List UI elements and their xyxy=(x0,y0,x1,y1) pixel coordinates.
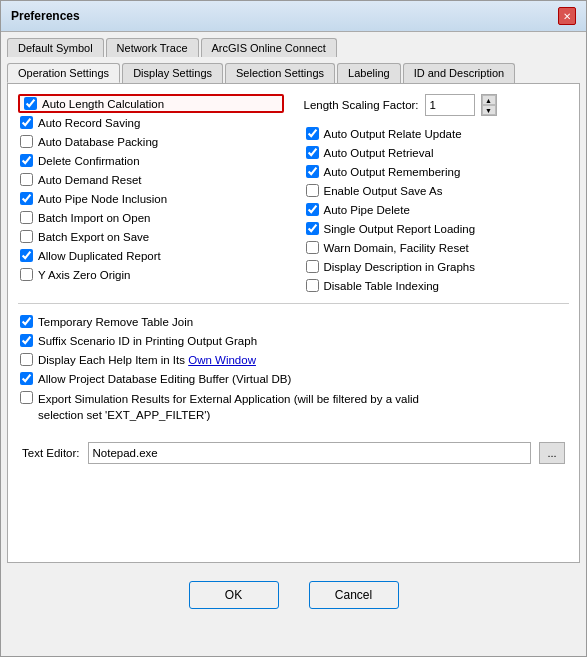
checkbox-cb5[interactable] xyxy=(20,173,33,186)
text-editor-label: Text Editor: xyxy=(22,447,80,459)
checkbox-item-cbr7: Warn Domain, Facility Reset xyxy=(304,238,570,257)
main-columns: Auto Length CalculationAuto Record Savin… xyxy=(18,94,569,295)
spinner-down-button[interactable]: ▼ xyxy=(482,105,496,115)
checkbox-label-cb8: Batch Export on Save xyxy=(38,231,149,243)
spinner-up-button[interactable]: ▲ xyxy=(482,95,496,105)
checkbox-cbr6[interactable] xyxy=(306,222,319,235)
checkbox-label-cb4: Delete Confirmation xyxy=(38,155,140,167)
tab-row-2: Operation SettingsDisplay SettingsSelect… xyxy=(1,57,586,83)
checkbox-item-cbr1: Auto Output Relate Update xyxy=(304,124,570,143)
checkbox-cbr2[interactable] xyxy=(306,146,319,159)
full-row-checkboxes: Temporary Remove Table JoinSuffix Scenar… xyxy=(18,312,569,426)
checkbox-item-cbf4: Allow Project Database Editing Buffer (V… xyxy=(18,369,569,388)
checkbox-cbr9[interactable] xyxy=(306,279,319,292)
checkbox-label-cbf2: Suffix Scenario ID in Printing Output Gr… xyxy=(38,335,257,347)
tab-row-1: Default SymbolNetwork TraceArcGIS Online… xyxy=(1,32,586,57)
checkbox-label-cbf3: Display Each Help Item in Its Own Window xyxy=(38,354,256,366)
text-editor-input[interactable] xyxy=(88,442,531,464)
length-factor-row: Length Scaling Factor: ▲ ▼ xyxy=(304,94,570,116)
right-column: Length Scaling Factor: ▲ ▼ Auto Output R… xyxy=(304,94,570,295)
export-label: Export Simulation Results for External A… xyxy=(38,391,419,423)
checkbox-label-cbr2: Auto Output Retrieval xyxy=(324,147,434,159)
text-editor-row: Text Editor: ... xyxy=(18,436,569,470)
highlighted-checkbox-wrapper: Auto Length Calculation xyxy=(18,94,284,113)
checkbox-item-cbr5: Auto Pipe Delete xyxy=(304,200,570,219)
title-bar: Preferences ✕ xyxy=(1,1,586,32)
checkbox-label-cbf1: Temporary Remove Table Join xyxy=(38,316,193,328)
tab-operation-settings[interactable]: Operation Settings xyxy=(7,63,120,83)
divider xyxy=(18,303,569,304)
checkbox-label-cbr5: Auto Pipe Delete xyxy=(324,204,410,216)
checkbox-item-cb3: Auto Database Packing xyxy=(18,132,284,151)
checkbox-label-cb10: Y Axis Zero Origin xyxy=(38,269,130,281)
length-factor-spinner[interactable]: ▲ ▼ xyxy=(481,94,497,116)
checkbox-cb9[interactable] xyxy=(20,249,33,262)
tab-display-settings[interactable]: Display Settings xyxy=(122,63,223,83)
tab-id-and-description[interactable]: ID and Description xyxy=(403,63,516,83)
window-title: Preferences xyxy=(11,9,80,23)
checkbox-cb3[interactable] xyxy=(20,135,33,148)
checkbox-cb10[interactable] xyxy=(20,268,33,281)
checkbox-label-cbr9: Disable Table Indexing xyxy=(324,280,440,292)
checkbox-label-cbr8: Display Description in Graphs xyxy=(324,261,475,273)
checkbox-cb7[interactable] xyxy=(20,211,33,224)
checkbox-label-cb2: Auto Record Saving xyxy=(38,117,140,129)
checkbox-cbf2[interactable] xyxy=(20,334,33,347)
checkbox-label-cbr4: Enable Output Save As xyxy=(324,185,443,197)
checkbox-item-cbr3: Auto Output Remembering xyxy=(304,162,570,181)
checkbox-label-cbr1: Auto Output Relate Update xyxy=(324,128,462,140)
checkbox-cbr3[interactable] xyxy=(306,165,319,178)
checkbox-item-cbr2: Auto Output Retrieval xyxy=(304,143,570,162)
tab-arcgis-online-connect[interactable]: ArcGIS Online Connect xyxy=(201,38,337,57)
checkbox-label-cb1: Auto Length Calculation xyxy=(42,98,164,110)
browse-button[interactable]: ... xyxy=(539,442,565,464)
checkbox-item-cb4: Delete Confirmation xyxy=(18,151,284,170)
own-window-link[interactable]: Own Window xyxy=(188,354,256,366)
checkbox-item-cbf1: Temporary Remove Table Join xyxy=(18,312,569,331)
length-factor-label: Length Scaling Factor: xyxy=(304,99,419,111)
checkbox-cb8[interactable] xyxy=(20,230,33,243)
checkbox-cbf4[interactable] xyxy=(20,372,33,385)
checkbox-label-cbf4: Allow Project Database Editing Buffer (V… xyxy=(38,373,291,385)
export-row: Export Simulation Results for External A… xyxy=(18,388,569,426)
checkbox-item-cbr6: Single Output Report Loading xyxy=(304,219,570,238)
checkbox-cbr8[interactable] xyxy=(306,260,319,273)
length-factor-input[interactable] xyxy=(425,94,475,116)
tab-network-trace[interactable]: Network Trace xyxy=(106,38,199,57)
checkbox-cbr4[interactable] xyxy=(306,184,319,197)
checkbox-label-cb5: Auto Demand Reset xyxy=(38,174,142,186)
tab-selection-settings[interactable]: Selection Settings xyxy=(225,63,335,83)
checkbox-item-cbf3: Display Each Help Item in Its Own Window xyxy=(18,350,569,369)
checkbox-item-cb8: Batch Export on Save xyxy=(18,227,284,246)
tab-content-operation-settings: Auto Length CalculationAuto Record Savin… xyxy=(7,83,580,563)
checkbox-cb6[interactable] xyxy=(20,192,33,205)
checkbox-item-cb5: Auto Demand Reset xyxy=(18,170,284,189)
tab-default-symbol[interactable]: Default Symbol xyxy=(7,38,104,57)
checkbox-cb1[interactable] xyxy=(24,97,37,110)
close-button[interactable]: ✕ xyxy=(558,7,576,25)
checkbox-cbr1[interactable] xyxy=(306,127,319,140)
checkbox-cbf3[interactable] xyxy=(20,353,33,366)
checkbox-item-cb9: Allow Duplicated Report xyxy=(18,246,284,265)
tab-labeling[interactable]: Labeling xyxy=(337,63,401,83)
checkbox-item-cb7: Batch Import on Open xyxy=(18,208,284,227)
checkbox-cbr5[interactable] xyxy=(306,203,319,216)
ok-button[interactable]: OK xyxy=(189,581,279,609)
preferences-window: Preferences ✕ Default SymbolNetwork Trac… xyxy=(0,0,587,657)
cancel-button[interactable]: Cancel xyxy=(309,581,399,609)
checkbox-label-cbr3: Auto Output Remembering xyxy=(324,166,461,178)
checkbox-cb4[interactable] xyxy=(20,154,33,167)
checkbox-item-cbr9: Disable Table Indexing xyxy=(304,276,570,295)
checkbox-label-cbr7: Warn Domain, Facility Reset xyxy=(324,242,469,254)
checkbox-label-cb6: Auto Pipe Node Inclusion xyxy=(38,193,167,205)
checkbox-cb2[interactable] xyxy=(20,116,33,129)
checkbox-item-cbr8: Display Description in Graphs xyxy=(304,257,570,276)
checkbox-cbf1[interactable] xyxy=(20,315,33,328)
checkbox-cbr7[interactable] xyxy=(306,241,319,254)
checkbox-item-cb10: Y Axis Zero Origin xyxy=(18,265,284,284)
export-checkbox[interactable] xyxy=(20,391,33,404)
left-column: Auto Length CalculationAuto Record Savin… xyxy=(18,94,284,295)
checkbox-label-cb7: Batch Import on Open xyxy=(38,212,151,224)
checkbox-item-cb2: Auto Record Saving xyxy=(18,113,284,132)
checkbox-item-cbf2: Suffix Scenario ID in Printing Output Gr… xyxy=(18,331,569,350)
